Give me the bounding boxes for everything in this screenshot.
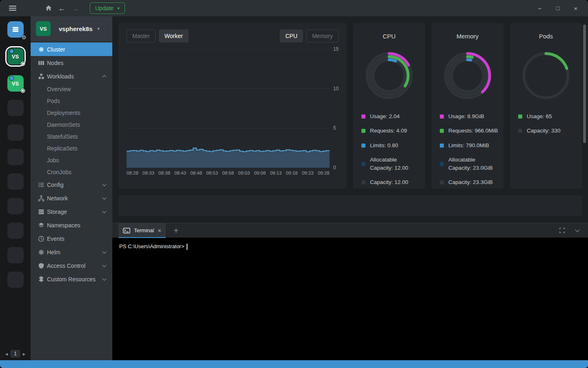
sidebar: VS vspherek8s ▾ ClusterNodesWorkloadsOve…	[31, 16, 112, 360]
legend-item: Usage: 2.04	[361, 112, 421, 121]
cluster-button[interactable]: VS	[7, 75, 24, 92]
toggle-worker-button[interactable]: Worker	[159, 29, 189, 43]
cluster-switcher[interactable]: VS vspherek8s ▾	[31, 16, 112, 41]
events-icon	[38, 236, 45, 242]
gauge-legend: Usage: 65Capacity: 330	[518, 112, 582, 135]
chevron-down-icon	[102, 209, 107, 213]
page-prev-icon[interactable]: ◂	[5, 351, 8, 357]
cluster-overview: MasterWorker CPUMemory 151050 08:2808:33…	[112, 16, 588, 223]
sidebar-item-replicasets[interactable]: ReplicaSets	[31, 142, 112, 154]
cluster-button-active[interactable]: VS	[7, 48, 24, 65]
hamburger-menu-icon[interactable]	[9, 4, 16, 12]
sidebar-item-nodes[interactable]: Nodes	[31, 56, 112, 70]
minimize-button[interactable]: −	[531, 5, 549, 12]
legend-text: Capacity: 330	[527, 127, 561, 135]
legend-swatch	[518, 129, 522, 133]
legend-swatch	[440, 114, 444, 119]
sidebar-item-access-control[interactable]: Access Control	[31, 259, 112, 272]
catalog-button[interactable]: ⚙	[7, 21, 24, 38]
legend-text: Usage: 8.9GiB	[448, 112, 484, 121]
scrollbar-thumb[interactable]	[583, 25, 586, 143]
legend-item: Usage: 65	[518, 112, 578, 121]
home-icon[interactable]	[45, 4, 52, 12]
maximize-button[interactable]: □	[549, 5, 567, 11]
sidebar-item-overview[interactable]: Overview	[31, 83, 112, 95]
toggle-master-button[interactable]: Master	[127, 29, 156, 43]
sidebar-item-network[interactable]: Network	[31, 191, 112, 205]
sidebar-item-label: StatefulSets	[47, 133, 78, 140]
legend-item: Capacity: 330	[518, 127, 578, 135]
legend-swatch	[440, 144, 444, 148]
terminal-icon	[123, 228, 130, 233]
legend-item: Capacity: 23.3GiB	[440, 178, 499, 186]
chevron-down-icon[interactable]	[575, 227, 579, 232]
legend-swatch	[361, 144, 365, 148]
legend-item: Requests: 4.09	[361, 127, 421, 135]
kubernetes-wheel-icon	[20, 88, 26, 94]
terminal-area[interactable]: PS C:\Users\Administrator>	[112, 238, 588, 360]
sidebar-item-cronjobs[interactable]: CronJobs	[31, 166, 112, 178]
rail-placeholder	[7, 124, 24, 141]
app-window: ← → Update ▾ − □ × ⚙ VS	[0, 0, 588, 368]
sidebar-item-label: ReplicaSets	[47, 145, 78, 152]
sidebar-item-namespaces[interactable]: Namespaces	[31, 218, 112, 232]
node-metrics-chart-panel: MasterWorker CPUMemory 151050 08:2808:33…	[118, 23, 347, 188]
sidebar-item-custom-resources[interactable]: Custom Resources	[31, 272, 112, 286]
sidebar-item-helm[interactable]: Helm	[31, 245, 112, 259]
y-axis-label: 5	[333, 125, 336, 131]
update-button[interactable]: Update ▾	[90, 2, 125, 14]
chevron-down-icon	[102, 249, 107, 254]
tab-label: Terminal	[134, 227, 154, 233]
legend-swatch	[518, 114, 522, 119]
sidebar-item-label: Access Control	[47, 263, 85, 269]
sidebar-item-jobs[interactable]: Jobs	[31, 154, 112, 166]
back-arrow-icon[interactable]: ←	[58, 4, 66, 12]
y-axis-label: 10	[333, 86, 339, 92]
sidebar-item-label: Namespaces	[47, 222, 80, 229]
x-axis-label: 09:13	[270, 171, 282, 175]
sidebar-item-storage[interactable]: Storage	[31, 205, 112, 218]
toggle-cpu-button[interactable]: CPU	[280, 29, 303, 43]
sidebar-item-deployments[interactable]: Deployments	[31, 107, 112, 119]
sidebar-item-cluster[interactable]: Cluster	[31, 43, 112, 56]
x-axis-label: 08:53	[206, 171, 218, 175]
sidebar-item-label: Storage	[47, 209, 67, 215]
rail-placeholder	[7, 222, 24, 239]
connected-dot-icon	[10, 76, 13, 80]
legend-swatch	[440, 129, 444, 133]
close-window-button[interactable]: ×	[567, 5, 585, 12]
gauge-title: CPU	[353, 33, 425, 40]
tab-terminal[interactable]: Terminal ×	[118, 223, 166, 238]
add-tab-icon[interactable]: +	[174, 226, 178, 235]
x-axis-label: 08:33	[143, 171, 154, 175]
x-axis-label: 08:43	[174, 171, 186, 175]
legend-swatch	[440, 162, 444, 166]
page-next-icon[interactable]: ▸	[23, 351, 26, 357]
legend-item: Limits: 0.80	[361, 141, 421, 150]
sidebar-item-events[interactable]: Events	[31, 232, 112, 245]
cluster-avatar: VS	[36, 21, 51, 36]
x-axis-label: 08:28	[127, 171, 138, 175]
forward-arrow-icon[interactable]: →	[71, 4, 79, 12]
storage-icon	[38, 209, 45, 215]
gauge-panel-memory: MemoryUsage: 8.9GiBRequests: 966.0MiBLim…	[432, 23, 503, 188]
sidebar-item-pods[interactable]: Pods	[31, 95, 112, 107]
terminal-cursor	[187, 244, 187, 250]
rail-placeholder	[7, 173, 24, 190]
legend-item: Limits: 790.0MiB	[440, 141, 499, 150]
legend-text: Usage: 2.04	[370, 112, 400, 121]
sidebar-item-config[interactable]: Config	[31, 178, 112, 191]
sidebar-item-workloads[interactable]: Workloads	[31, 70, 112, 83]
main-content: MasterWorker CPUMemory 151050 08:2808:33…	[112, 16, 588, 360]
legend-item: Capacity: 12.00	[361, 178, 421, 186]
network-icon	[38, 195, 45, 202]
title-bar: ← → Update ▾ − □ ×	[0, 0, 588, 16]
fullscreen-icon[interactable]	[559, 227, 565, 233]
legend-text: Limits: 0.80	[370, 141, 398, 150]
catalog-icon	[7, 21, 24, 38]
sidebar-item-statefulsets[interactable]: StatefulSets	[31, 130, 112, 142]
close-tab-icon[interactable]: ×	[158, 227, 161, 234]
toggle-memory-button[interactable]: Memory	[306, 29, 339, 43]
legend-text: Requests: 966.0MiB	[448, 127, 498, 135]
sidebar-item-daemonsets[interactable]: DaemonSets	[31, 119, 112, 130]
